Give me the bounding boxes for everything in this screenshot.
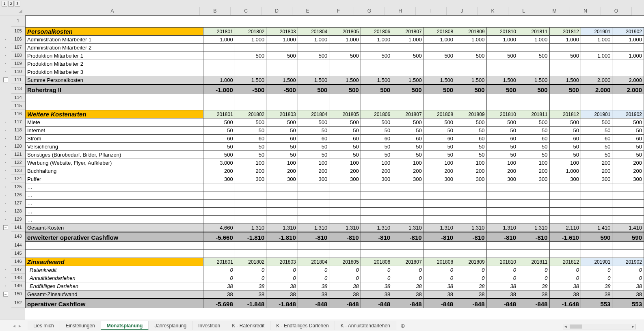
- scroll-thumb[interactable]: [570, 325, 582, 329]
- data-cell[interactable]: [392, 242, 424, 250]
- row-header[interactable]: 143: [11, 232, 25, 241]
- data-cell[interactable]: 2.000: [612, 84, 644, 94]
- row-header[interactable]: 120: [11, 142, 25, 150]
- data-cell[interactable]: 201810: [486, 28, 518, 36]
- data-cell[interactable]: [361, 208, 392, 216]
- col-header-B[interactable]: B: [200, 7, 231, 15]
- data-cell[interactable]: [203, 60, 235, 68]
- data-cell[interactable]: [455, 94, 486, 102]
- sheet-tab[interactable]: Lies mich: [28, 321, 60, 330]
- data-cell[interactable]: 1.000: [266, 36, 298, 44]
- data-cell[interactable]: 1.500: [298, 76, 329, 84]
- row-label-cell[interactable]: Strom: [26, 135, 203, 143]
- data-cell[interactable]: -1.000: [203, 84, 235, 94]
- data-cell[interactable]: 0: [392, 274, 424, 282]
- data-cell[interactable]: 50: [549, 151, 581, 159]
- row-label-cell[interactable]: Rohertrag II: [26, 84, 203, 94]
- row-header[interactable]: 145: [11, 249, 25, 258]
- data-cell[interactable]: [361, 216, 392, 224]
- data-cell[interactable]: [424, 242, 455, 250]
- data-cell[interactable]: [612, 60, 644, 68]
- data-cell[interactable]: 50: [203, 143, 235, 151]
- data-cell[interactable]: [581, 200, 612, 208]
- data-cell[interactable]: -5.698: [203, 299, 235, 308]
- data-cell[interactable]: [424, 60, 455, 68]
- data-cell[interactable]: 4.660: [203, 224, 235, 232]
- data-cell[interactable]: [424, 200, 455, 208]
- data-cell[interactable]: [424, 250, 455, 258]
- tab-nav-prev-icon[interactable]: ◄: [12, 324, 16, 328]
- data-cell[interactable]: 1.310: [329, 224, 361, 232]
- col-header-H[interactable]: H: [385, 7, 416, 15]
- data-cell[interactable]: 60: [298, 135, 329, 143]
- col-header-A[interactable]: A: [25, 7, 200, 15]
- data-cell[interactable]: [424, 102, 455, 110]
- data-cell[interactable]: [266, 183, 298, 191]
- add-sheet-button[interactable]: ⊕: [399, 322, 407, 329]
- data-cell[interactable]: 1.000: [361, 36, 392, 44]
- data-cell[interactable]: 500: [518, 52, 549, 60]
- data-cell[interactable]: 0: [581, 274, 612, 282]
- row-label-cell[interactable]: Internet: [26, 127, 203, 135]
- data-cell[interactable]: 100: [549, 159, 581, 167]
- data-cell[interactable]: 500: [361, 118, 392, 127]
- data-cell[interactable]: -848: [361, 299, 392, 308]
- data-cell[interactable]: [235, 216, 266, 224]
- row-header[interactable]: 125: [11, 183, 25, 191]
- data-cell[interactable]: 0: [235, 274, 266, 282]
- data-cell[interactable]: 3.000: [203, 159, 235, 167]
- data-cell[interactable]: 1.000: [203, 36, 235, 44]
- data-cell[interactable]: 500: [361, 84, 392, 94]
- row-label-cell[interactable]: Summe Personalkosten: [26, 76, 203, 84]
- data-cell[interactable]: [266, 191, 298, 200]
- data-cell[interactable]: 50: [392, 151, 424, 159]
- data-cell[interactable]: 200: [581, 167, 612, 175]
- data-cell[interactable]: [329, 208, 361, 216]
- data-cell[interactable]: 201806: [361, 28, 392, 36]
- data-cell[interactable]: 50: [298, 151, 329, 159]
- row-header[interactable]: 109: [11, 60, 25, 68]
- data-cell[interactable]: 1.000: [581, 36, 612, 44]
- row-label-cell[interactable]: Administration Mitarbeiter 1: [26, 36, 203, 44]
- data-cell[interactable]: 553: [581, 299, 612, 308]
- cells-grid[interactable]: Personalkosten20180120180220180320180420…: [25, 27, 644, 320]
- data-cell[interactable]: 50: [486, 151, 518, 159]
- data-cell[interactable]: 201809: [455, 258, 486, 266]
- data-cell[interactable]: 500: [549, 52, 581, 60]
- data-cell[interactable]: [235, 60, 266, 68]
- data-cell[interactable]: 201811: [518, 110, 549, 118]
- data-cell[interactable]: 201806: [361, 258, 392, 266]
- data-cell[interactable]: 0: [361, 274, 392, 282]
- data-cell[interactable]: [424, 94, 455, 102]
- data-cell[interactable]: [549, 60, 581, 68]
- row-label-cell[interactable]: [26, 94, 203, 102]
- data-cell[interactable]: [612, 191, 644, 200]
- data-cell[interactable]: [329, 183, 361, 191]
- row-header[interactable]: 111: [11, 76, 25, 84]
- data-cell[interactable]: 0: [266, 266, 298, 274]
- data-cell[interactable]: 500: [455, 52, 486, 60]
- data-cell[interactable]: 0: [455, 274, 486, 282]
- data-cell[interactable]: 38: [424, 282, 455, 290]
- data-cell[interactable]: [581, 102, 612, 110]
- row-header[interactable]: 113: [11, 84, 25, 94]
- data-cell[interactable]: -1.610: [549, 232, 581, 242]
- data-cell[interactable]: [392, 68, 424, 76]
- data-cell[interactable]: 1.500: [392, 76, 424, 84]
- data-cell[interactable]: [361, 94, 392, 102]
- data-cell[interactable]: 60: [392, 135, 424, 143]
- data-cell[interactable]: 50: [203, 127, 235, 135]
- row-label-cell[interactable]: Werbung (Website, Flyer, Aufkleber): [26, 159, 203, 167]
- data-cell[interactable]: 0: [518, 274, 549, 282]
- data-cell[interactable]: 50: [486, 143, 518, 151]
- data-cell[interactable]: 38: [266, 290, 298, 299]
- data-cell[interactable]: 2.000: [581, 84, 612, 94]
- data-cell[interactable]: 201901: [581, 28, 612, 36]
- data-cell[interactable]: 38: [266, 282, 298, 290]
- data-cell[interactable]: 38: [455, 290, 486, 299]
- data-cell[interactable]: 500: [455, 118, 486, 127]
- data-cell[interactable]: [361, 250, 392, 258]
- data-cell[interactable]: [329, 102, 361, 110]
- data-cell[interactable]: 1.310: [518, 224, 549, 232]
- data-cell[interactable]: 201901: [581, 110, 612, 118]
